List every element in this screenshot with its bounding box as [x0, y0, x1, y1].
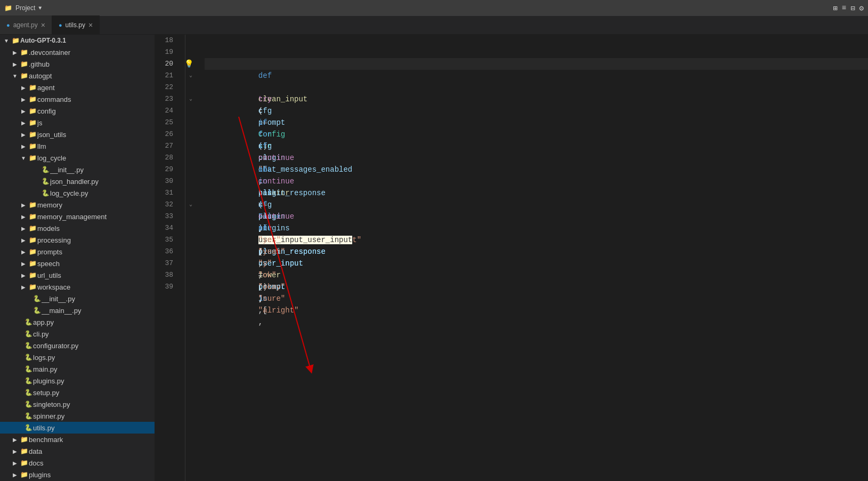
sidebar-item-init2-py[interactable]: 🐍 __init__.py — [0, 293, 155, 304]
devcontainer-arrow: ▶ — [11, 50, 19, 55]
fold-20[interactable] — [185, 58, 196, 70]
fold-34 — [185, 222, 196, 234]
models-label: models — [37, 225, 150, 233]
tab-utils-close[interactable]: × — [88, 21, 93, 29]
sidebar-item-llm[interactable]: ▶ 📁 llm — [0, 140, 155, 152]
json-utils-label: json_utils — [37, 131, 150, 139]
line-num-37: 37 — [155, 258, 179, 269]
sidebar-item-autogpt[interactable]: ▼ 📁 autogpt — [0, 70, 155, 82]
plugins-folder-label: plugins — [29, 471, 150, 479]
sidebar-item-memory-mgmt[interactable]: ▶ 📁 memory_management — [0, 211, 155, 222]
sidebar-item-speech[interactable]: ▶ 📁 speech — [0, 258, 155, 269]
sidebar-root[interactable]: ▼ 📁 Auto-GPT-0.3.1 — [0, 35, 155, 46]
line-num-27: 27 — [155, 140, 179, 152]
code-lines[interactable]: 💡 def clean_input ( prompt : str — [196, 35, 868, 481]
autogpt-arrow: ▼ — [11, 73, 19, 79]
sidebar-item-main-py[interactable]: 🐍 main.py — [0, 363, 155, 375]
fold-21[interactable]: ⌄ — [185, 70, 196, 82]
sidebar-item-log-cycle-py[interactable]: 🐍 log_cycle.py — [0, 187, 155, 199]
project-label[interactable]: Project — [15, 4, 35, 12]
sidebar-item-docs[interactable]: ▶ 📁 docs — [0, 457, 155, 469]
str-alright: "alright" — [258, 306, 299, 315]
code-line-31: continue — [205, 187, 868, 199]
models-folder-icon: 📁 — [28, 225, 37, 232]
sidebar-item-processing[interactable]: ▶ 📁 processing — [0, 234, 155, 246]
sidebar-item-main2-py[interactable]: 🐍 __main__.py — [0, 304, 155, 316]
code-line-34: "yeah" , — [205, 222, 868, 234]
sidebar-item-devcontainer[interactable]: ▶ 📁 .devcontainer — [0, 46, 155, 58]
project-dropdown-icon[interactable]: ▼ — [38, 5, 42, 11]
prompts-arrow: ▶ — [19, 249, 28, 255]
plugins-folder-icon: 📁 — [19, 471, 29, 478]
plugins-py-label: plugins.py — [33, 377, 150, 385]
sidebar-item-github[interactable]: ▶ 📁 .github — [0, 58, 155, 70]
list-icon[interactable]: ≡ — [842, 4, 846, 13]
sidebar-item-models[interactable]: ▶ 📁 models — [0, 222, 155, 234]
data-arrow: ▶ — [11, 448, 19, 454]
main2-py-label: __main__.py — [42, 307, 150, 315]
log-cycle-py-label: log_cycle.py — [50, 189, 150, 197]
main-py-icon: 🐍 — [23, 365, 33, 373]
line-num-38: 38 — [155, 269, 179, 281]
sidebar-item-log-cycle[interactable]: ▼ 📁 log_cycle — [0, 152, 155, 164]
sidebar-item-url-utils[interactable]: ▶ 📁 url_utils — [0, 269, 155, 281]
sidebar-item-memory[interactable]: ▶ 📁 memory — [0, 199, 155, 211]
sidebar-item-setup-py[interactable]: 🐍 setup.py — [0, 387, 155, 398]
sidebar-item-configurator-py[interactable]: 🐍 configurator.py — [0, 340, 155, 351]
speech-folder-icon: 📁 — [28, 260, 37, 267]
sidebar-item-commands[interactable]: ▶ 📁 commands — [0, 93, 155, 105]
fold-23[interactable]: ⌄ — [185, 93, 196, 105]
sidebar-item-utils-py[interactable]: 🐍 utils.py — [0, 422, 155, 434]
editor-area[interactable]: 18 19 20 21 22 23 24 25 26 27 28 29 30 3… — [155, 35, 868, 481]
sidebar-item-logs-py[interactable]: 🐍 logs.py — [0, 351, 155, 363]
code-line-30: if not plugin_response : — [205, 175, 868, 187]
log-cycle-label: log_cycle — [37, 154, 150, 162]
sidebar-item-agent[interactable]: ▶ 📁 agent — [0, 82, 155, 93]
sidebar-item-spinner-py[interactable]: 🐍 spinner.py — [0, 410, 155, 422]
fold-39 — [185, 281, 196, 293]
sidebar-item-config[interactable]: ▶ 📁 config — [0, 105, 155, 117]
llm-arrow: ▶ — [19, 143, 28, 149]
tab-utils[interactable]: ● utils.py × — [52, 15, 100, 34]
sidebar-item-json-utils[interactable]: ▶ 📁 json_utils — [0, 129, 155, 140]
tab-agent[interactable]: ● agent.py × — [0, 15, 52, 34]
sidebar-item-app-py[interactable]: 🐍 app.py — [0, 316, 155, 328]
fold-22 — [185, 82, 196, 93]
sidebar-item-init-py[interactable]: 🐍 __init__.py — [0, 164, 155, 175]
sidebar-item-cli-py[interactable]: 🐍 cli.py — [0, 328, 155, 340]
layout-icon[interactable]: ⊞ — [833, 4, 837, 13]
sidebar-item-workspace[interactable]: ▶ 📁 workspace — [0, 281, 155, 293]
memory-mgmt-folder-icon: 📁 — [28, 213, 37, 220]
tab-utils-label: utils.py — [66, 21, 85, 29]
json-utils-arrow: ▶ — [19, 132, 28, 138]
code-line-20[interactable]: def clean_input ( prompt : str = "" , ta… — [205, 58, 868, 70]
sidebar-item-js[interactable]: ▶ 📁 js — [0, 117, 155, 129]
line-num-33: 33 — [155, 211, 179, 222]
settings-icon[interactable]: ⚙ — [859, 4, 864, 13]
commands-label: commands — [37, 95, 150, 103]
sidebar-item-singleton-py[interactable]: 🐍 singleton.py — [0, 398, 155, 410]
js-label: js — [37, 119, 150, 127]
sidebar-item-data[interactable]: ▶ 📁 data — [0, 445, 155, 457]
sidebar-item-prompts[interactable]: ▶ 📁 prompts — [0, 246, 155, 258]
sidebar-item-benchmark[interactable]: ▶ 📁 benchmark — [0, 434, 155, 445]
code-line-26: continue — [205, 129, 868, 140]
json-handler-icon: 🐍 — [40, 178, 50, 185]
line-num-28: 28 — [155, 152, 179, 164]
line-num-20: 20 — [155, 58, 179, 70]
sidebar-item-plugins-folder[interactable]: ▶ 📁 plugins — [0, 469, 155, 480]
docs-folder-icon: 📁 — [19, 459, 29, 467]
split-icon[interactable]: ⊟ — [850, 4, 855, 13]
indent-39 — [258, 294, 348, 303]
benchmark-arrow: ▶ — [11, 437, 19, 443]
tab-agent-close[interactable]: × — [41, 21, 45, 29]
sidebar-item-json-handler[interactable]: 🐍 json_handler.py — [0, 175, 155, 187]
github-label: .github — [29, 60, 150, 68]
config-label: config — [37, 107, 150, 115]
fold-32[interactable]: ⌄ — [185, 199, 196, 211]
logs-py-icon: 🐍 — [23, 354, 33, 361]
code-line-19 — [205, 46, 868, 58]
init-py-label: __init__.py — [50, 166, 150, 174]
models-arrow: ▶ — [19, 226, 28, 231]
sidebar-item-plugins-py[interactable]: 🐍 plugins.py — [0, 375, 155, 387]
